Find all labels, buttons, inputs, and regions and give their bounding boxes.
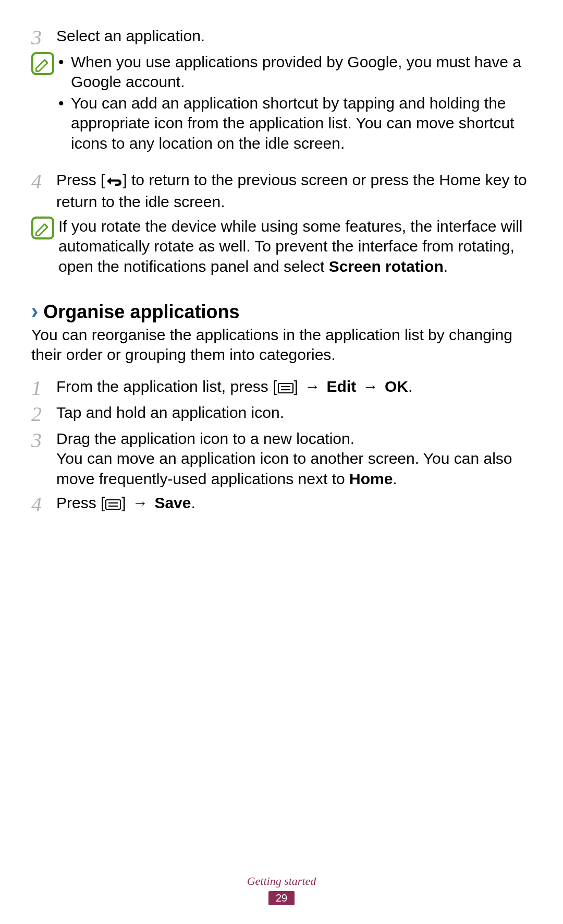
bullet-dot-icon: •	[58, 52, 71, 72]
step-number: 2	[31, 403, 56, 425]
bullet-text: You can add an application shortcut by t…	[71, 93, 532, 153]
section-heading: Organise applications	[43, 301, 239, 323]
step-text: Select an application.	[56, 26, 532, 46]
svg-rect-0	[278, 383, 293, 393]
text-fragment: .	[393, 470, 397, 487]
text-fragment: If you rotate the device while using som…	[58, 218, 522, 275]
note-pencil-icon	[31, 217, 54, 239]
step-number: 4	[31, 493, 56, 515]
back-key-icon	[105, 172, 123, 192]
text-fragment: .	[444, 258, 448, 275]
step-text: Press [] → Save.	[56, 493, 532, 515]
step-3: 3 Select an application.	[31, 26, 532, 48]
step-text: Tap and hold an application icon.	[56, 403, 532, 423]
note-icon-wrap	[31, 217, 58, 239]
bullet-item: • You can add an application shortcut by…	[58, 93, 532, 153]
organise-step-1: 1 From the application list, press [] → …	[31, 377, 532, 399]
arrow-icon: →	[302, 378, 322, 395]
step-text: Drag the application icon to a new locat…	[56, 429, 532, 489]
text-fragment: ]	[294, 378, 303, 395]
note-pencil-icon	[31, 52, 54, 75]
text-fragment: You can move an application icon to anot…	[56, 450, 512, 487]
organise-step-2: 2 Tap and hold an application icon.	[31, 403, 532, 425]
page-number-badge: 29	[268, 891, 295, 905]
page-footer: Getting started 29	[0, 874, 563, 905]
step-text: Press [] to return to the previous scree…	[56, 170, 532, 212]
note-body: • When you use applications provided by …	[58, 52, 532, 154]
text-line: Drag the application icon to a new locat…	[56, 429, 532, 449]
step-number: 1	[31, 377, 56, 399]
arrow-icon: →	[130, 494, 150, 511]
menu-key-icon	[105, 495, 121, 515]
bold-text: OK	[385, 378, 408, 395]
footer-section-title: Getting started	[0, 874, 563, 888]
step-number: 4	[31, 170, 56, 192]
bullet-text: When you use applications provided by Go…	[71, 52, 532, 92]
organise-step-4: 4 Press [] → Save.	[31, 493, 532, 515]
section-heading-row: › Organise applications	[31, 301, 532, 323]
step-number: 3	[31, 429, 56, 451]
text-fragment: .	[191, 494, 195, 511]
text-fragment: ] to return to the previous screen or pr…	[56, 171, 527, 210]
note-icon-wrap	[31, 52, 58, 75]
svg-rect-3	[106, 500, 120, 509]
text-fragment: Press [	[56, 171, 105, 188]
organise-step-3: 3 Drag the application icon to a new loc…	[31, 429, 532, 489]
text-fragment: .	[408, 378, 412, 395]
text-fragment: From the application list, press [	[56, 378, 277, 395]
text-line: You can move an application icon to anot…	[56, 449, 532, 489]
note-block-2: If you rotate the device while using som…	[31, 217, 532, 277]
step-text: From the application list, press [] → Ed…	[56, 377, 532, 399]
bold-text: Edit	[327, 378, 357, 395]
text-fragment: Press [	[56, 494, 105, 511]
step-4: 4 Press [] to return to the previous scr…	[31, 170, 532, 212]
section-intro: You can reorganise the applications in t…	[31, 325, 532, 365]
arrow-icon: →	[361, 378, 381, 395]
note-body: If you rotate the device while using som…	[58, 217, 532, 277]
text-fragment: ]	[121, 494, 130, 511]
bullet-item: • When you use applications provided by …	[58, 52, 532, 92]
note-block-1: • When you use applications provided by …	[31, 52, 532, 154]
menu-key-icon	[277, 379, 294, 399]
chevron-right-icon: ›	[31, 301, 38, 321]
step-number: 3	[31, 26, 56, 48]
bold-text: Screen rotation	[329, 258, 444, 275]
bold-text: Home	[349, 470, 393, 487]
bullet-dot-icon: •	[58, 93, 71, 113]
bold-text: Save	[154, 494, 191, 511]
